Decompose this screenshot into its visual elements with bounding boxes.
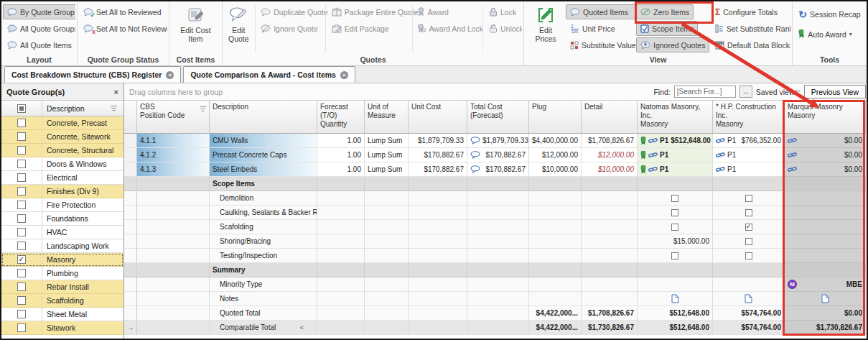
grid-cell-qty[interactable]: 1.00 (317, 134, 365, 148)
award-and-lock-button[interactable]: Award And Lock (414, 21, 481, 36)
grid-cell-desc[interactable]: Shoring/Bracing (210, 234, 317, 249)
grid-cell-desc[interactable]: Minority Type (210, 277, 317, 292)
quote-group-row[interactable]: Rebar Install (1, 280, 123, 294)
column-header-uom[interactable]: Unit of Measure (365, 101, 409, 134)
checkbox[interactable] (17, 214, 26, 223)
unlock-button[interactable]: Unlock (485, 21, 522, 36)
quote-group-row[interactable]: Masonry (1, 253, 123, 267)
checkbox[interactable] (17, 310, 26, 318)
quote-group-row[interactable]: Plumbing (1, 267, 123, 280)
checkbox[interactable] (17, 173, 26, 182)
checkbox[interactable] (17, 282, 26, 291)
grid-cell-desc[interactable]: Summary (210, 263, 317, 277)
quote-group-row[interactable]: Landscaping Work (1, 239, 123, 253)
close-icon[interactable]: × (114, 88, 118, 96)
checkbox[interactable] (17, 146, 26, 155)
grid-cell-cbs[interactable]: 4.1.3 (137, 162, 210, 177)
grid-cell-qty[interactable]: 1.00 (317, 162, 365, 177)
grid-cell-cbs[interactable]: 4.1.2 (137, 148, 210, 162)
quote-group-label[interactable]: Sitework (42, 321, 123, 334)
quote-group-label[interactable]: Foundations (42, 212, 123, 225)
grid-cell-qty[interactable]: 1.00 (317, 148, 365, 162)
quote-group-label[interactable]: Concrete, Precast (42, 116, 123, 129)
search-input[interactable] (674, 86, 736, 98)
grid-cell-plug[interactable]: $4,422,000... (529, 306, 582, 321)
grid-cell-natomas[interactable]: P1$512,648.00 (638, 134, 713, 148)
description-column-header[interactable]: Description (42, 101, 123, 116)
tab-quote-comparison-award[interactable]: Quote Comparison & Award - Cost items × (183, 66, 355, 83)
grid-cell-hp[interactable]: P1 (713, 148, 785, 162)
quote-group-label[interactable]: Fire Protection (42, 198, 123, 211)
set-substitute-ranking-button[interactable]: Set Substitute Ranking (711, 21, 790, 36)
quoted-items-button[interactable]: Quoted Items (566, 4, 636, 19)
edit-quote-button[interactable]: Edit Quote (224, 2, 253, 55)
quote-group-label[interactable]: Landscaping Work (42, 239, 123, 252)
grid-cell-natomas[interactable] (638, 191, 713, 206)
grid-cell-marquis[interactable]: $0.00 (785, 148, 866, 162)
quote-group-row[interactable]: Scaffolding (1, 294, 123, 308)
column-header-detail[interactable]: Detail (582, 101, 638, 134)
grid-cell-hp[interactable]: P1$766,352.00 (713, 134, 785, 148)
grid-cell-marquis[interactable]: MMBE (785, 277, 866, 292)
column-header-hp[interactable]: * H.P. Construction Inc. Masonry (713, 101, 785, 134)
set-all-reviewed-button[interactable]: ✓ Set All to Reviewed (79, 4, 167, 19)
grid-cell-natomas[interactable] (638, 292, 713, 306)
auto-award-button[interactable]: Auto Award ▾ (794, 27, 864, 42)
grid-cell-uom[interactable]: Lump Sum (365, 162, 409, 177)
duplicate-quote-button[interactable]: Duplicate Quote (256, 4, 324, 19)
grid-cell-uom[interactable]: Lump Sum (365, 134, 409, 148)
grid-cell-natomas[interactable]: P1 (638, 162, 713, 177)
checkbox[interactable] (745, 252, 752, 259)
grid-cell-desc[interactable]: Notes (210, 292, 317, 306)
checkbox[interactable] (671, 195, 678, 202)
session-recap-button[interactable]: ↻ Session Recap (794, 6, 864, 22)
column-header-qty[interactable]: Forecast (T/O) Quantity (317, 101, 365, 134)
edit-package-button[interactable]: Edit Package (327, 21, 411, 36)
grid-cell-hp[interactable]: $574,764.00 (713, 321, 785, 335)
quote-group-label[interactable]: HVAC (42, 226, 123, 239)
quote-group-row[interactable]: Sitework (1, 321, 123, 335)
edit-prices-button[interactable]: Edit Prices (526, 2, 566, 55)
close-icon[interactable]: × (340, 71, 348, 79)
unit-price-button[interactable]: 2100 Unit Price (566, 21, 636, 36)
grid-cell-detail[interactable]: $12,000.00 (582, 148, 638, 162)
quote-group-row[interactable]: Electrical (1, 171, 123, 185)
grid-cell-detail[interactable]: $1,708,826.67 (582, 306, 638, 321)
grid-cell-unit_cost[interactable]: $170,882.67 (409, 162, 467, 177)
grid-cell-plug[interactable]: $4,400,000.00 (529, 134, 582, 148)
by-quote-group-button[interactable]: By Quote Group (3, 4, 75, 19)
quote-group-row[interactable]: Fire Protection (1, 198, 123, 212)
find-more-button[interactable]: ... (739, 86, 752, 98)
grid-cell-marquis[interactable]: $0.00 (785, 306, 866, 321)
grid-cell-uom[interactable]: Lump Sum (365, 148, 409, 162)
checkbox[interactable] (745, 238, 752, 245)
grid-cell-cbs[interactable]: 4.1.1 (137, 134, 210, 148)
quote-group-label[interactable]: Electrical (42, 171, 123, 184)
grid-cell-marquis[interactable]: $0.00 (785, 162, 866, 177)
grid-cell-plug[interactable]: $10,000.00 (529, 162, 582, 177)
checkbox[interactable] (17, 160, 26, 168)
award-button[interactable]: Award (414, 4, 481, 19)
grid-cell-unit_cost[interactable]: $1,879,709.33 (409, 134, 467, 148)
grid-cell-hp[interactable] (713, 206, 785, 220)
grid-cell-desc[interactable]: CMU Walls (210, 134, 317, 148)
checkbox[interactable] (745, 224, 752, 231)
quote-group-label[interactable]: Rebar Install (42, 280, 123, 293)
edit-cost-item-button[interactable]: Edit Cost Item (176, 2, 216, 55)
column-header-desc[interactable]: Description (210, 101, 317, 134)
quote-group-label[interactable]: Finishes (Div 9) (42, 185, 123, 198)
grid-cell-hp[interactable] (713, 234, 785, 249)
checkbox[interactable] (17, 119, 26, 127)
quote-group-label[interactable]: Masonry (42, 253, 123, 266)
grid-cell-desc[interactable]: Caulking, Sealants & Backer Rod (210, 206, 317, 220)
grid-cell-desc[interactable]: Scope Items (210, 177, 317, 191)
grid-cell-desc[interactable]: Precast Concrete Caps (210, 148, 317, 162)
checkbox[interactable] (17, 132, 26, 141)
grid-cell-natomas[interactable]: P1 (638, 148, 713, 162)
quote-groups-column-header[interactable]: Description (1, 101, 123, 116)
grid-cell-total_cost[interactable]: $170,882.67 (467, 148, 529, 162)
grid-cell-natomas[interactable] (638, 249, 713, 263)
column-header-total_cost[interactable]: Total Cost (Forecast) (467, 101, 529, 134)
grid-cell-natomas[interactable]: $15,000.00 (638, 234, 713, 249)
grid-cell-desc[interactable]: Demolition (210, 191, 317, 206)
